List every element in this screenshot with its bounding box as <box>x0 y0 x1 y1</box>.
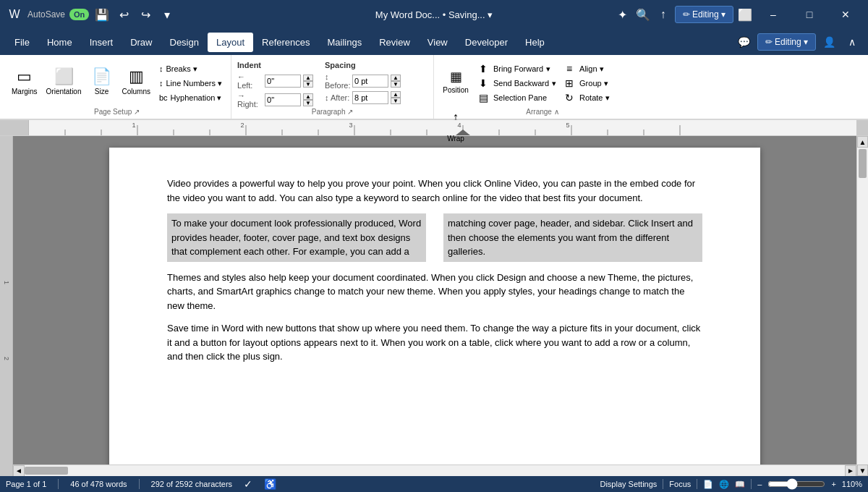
app-window: W AutoSave On 💾 ↩ ↪ ▾ My Word Doc... • S… <box>0 0 868 492</box>
spacing-before-spinner[interactable]: ▲ ▼ <box>391 75 401 88</box>
status-bar: Page 1 of 1 46 of 478 words 292 of 2592 … <box>0 476 868 492</box>
customize-icon[interactable]: ▾ <box>158 6 176 23</box>
vertical-scrollbar[interactable]: ▲ ▼ <box>856 136 868 476</box>
paragraph-expand-icon[interactable]: ↗ <box>347 108 353 116</box>
proofing-icon[interactable]: ✓ <box>244 478 252 490</box>
hyphenation-button[interactable]: bc Hyphenation ▾ <box>156 91 225 104</box>
indent-right-up[interactable]: ▲ <box>303 93 313 100</box>
search-btn[interactable]: 🔍 <box>634 6 652 23</box>
page-setup-dropdowns: ↕ Breaks ▾ ↕ Line Numbers ▾ bc Hyphenati… <box>156 59 225 104</box>
autosave-toggle[interactable]: On <box>69 9 89 20</box>
page-num-1: 1 <box>3 281 10 284</box>
spacing-after-spinner[interactable]: ▲ ▼ <box>391 91 401 104</box>
indent-left-up[interactable]: ▲ <box>303 75 313 81</box>
size-button[interactable]: 📄 Size <box>88 59 116 103</box>
indent-right-down[interactable]: ▼ <box>303 100 313 106</box>
scroll-thumb-vertical[interactable] <box>859 149 867 178</box>
menu-file[interactable]: File <box>6 33 38 52</box>
paragraph-2: Themes and styles also help keep your do… <box>167 271 702 313</box>
zoom-level[interactable]: 110% <box>842 480 862 488</box>
paragraph-group: Indent ← Left: ▲ ▼ → Right: ▲ <box>231 55 434 119</box>
zoom-out-btn[interactable]: – <box>757 480 762 488</box>
word-count[interactable]: 46 of 478 words <box>70 480 127 488</box>
scroll-left-button[interactable]: ◄ <box>13 465 25 477</box>
columns-button[interactable]: ▥ Columns <box>119 59 153 103</box>
rotate-button[interactable]: ↻ Rotate ▾ <box>561 91 610 104</box>
selection-pane-button[interactable]: ▤ Selection Pane <box>475 91 558 104</box>
save-icon[interactable]: 💾 <box>93 6 111 23</box>
view-web-icon[interactable]: 🌐 <box>719 480 729 489</box>
menu-review[interactable]: Review <box>370 33 419 52</box>
redo-icon[interactable]: ↪ <box>137 6 154 23</box>
copilot-icon[interactable]: ✦ <box>614 6 631 23</box>
comments-icon[interactable]: 💬 <box>734 32 754 52</box>
menu-draw[interactable]: Draw <box>122 33 161 52</box>
minimize-button[interactable]: – <box>757 0 790 29</box>
view-print-icon[interactable]: 📄 <box>703 480 713 489</box>
share-btn[interactable]: 👤 <box>819 32 839 52</box>
arrange-collapse-icon[interactable]: ∧ <box>554 108 559 116</box>
breaks-button[interactable]: ↕ Breaks ▾ <box>156 62 225 75</box>
menu-help[interactable]: Help <box>516 33 553 52</box>
page-setup-buttons: ▭ Margins ⬜ Orientation 📄 Size ▥ Columns <box>9 58 225 106</box>
line-numbers-button[interactable]: ↕ Line Numbers ▾ <box>156 77 225 90</box>
scroll-right-button[interactable]: ► <box>845 465 856 477</box>
menu-mailings[interactable]: Mailings <box>319 33 371 52</box>
collapse-ribbon-icon[interactable]: ∧ <box>842 32 862 52</box>
menu-home[interactable]: Home <box>38 33 81 52</box>
align-button[interactable]: ≡ Align ▾ <box>561 62 610 75</box>
align-icon: ≡ <box>562 63 576 75</box>
group-button[interactable]: ⊞ Group ▾ <box>561 77 610 90</box>
char-count[interactable]: 292 of 2592 characters <box>151 480 233 488</box>
zoom-in-btn[interactable]: + <box>831 480 835 488</box>
editing-button[interactable]: ✏ Editing ▾ <box>675 6 733 23</box>
scroll-down-button[interactable]: ▼ <box>857 465 868 476</box>
menu-references[interactable]: References <box>253 33 318 52</box>
menu-view[interactable]: View <box>419 33 456 52</box>
accessibility-icon[interactable]: ♿ <box>264 478 276 490</box>
page-setup-expand-icon[interactable]: ↗ <box>134 108 140 116</box>
menu-layout[interactable]: Layout <box>208 33 253 52</box>
ruler-svg: 1 2 3 4 5 <box>29 120 856 135</box>
indent-right-input[interactable] <box>265 93 301 106</box>
zoom-slider[interactable] <box>767 478 825 490</box>
position-button[interactable]: ▦ Position <box>440 59 472 103</box>
indent-left-down[interactable]: ▼ <box>303 81 313 88</box>
orientation-icon: ⬜ <box>54 67 74 86</box>
spacing-before-input[interactable] <box>352 75 388 88</box>
indent-left-spinner[interactable]: ▲ ▼ <box>303 75 313 88</box>
svg-text:5: 5 <box>566 122 569 129</box>
margins-button[interactable]: ▭ Margins <box>9 59 41 103</box>
paragraph-label: Paragraph ↗ <box>231 108 433 116</box>
menu-insert[interactable]: Insert <box>81 33 122 52</box>
spacing-after-down[interactable]: ▼ <box>391 98 401 104</box>
restore-button[interactable]: □ <box>793 0 826 29</box>
ribbon-icon[interactable]: ⬜ <box>736 6 754 23</box>
menu-developer[interactable]: Developer <box>456 33 516 52</box>
focus-btn[interactable]: Focus <box>669 480 691 488</box>
view-read-icon[interactable]: 📖 <box>735 480 745 489</box>
close-button[interactable]: ✕ <box>829 0 862 29</box>
display-settings[interactable]: Display Settings <box>600 480 657 488</box>
undo-icon[interactable]: ↩ <box>115 6 132 23</box>
scroll-up-button[interactable]: ▲ <box>857 136 868 148</box>
svg-text:1: 1 <box>132 122 135 129</box>
spacing-before-up[interactable]: ▲ <box>391 75 401 81</box>
spacing-after-up[interactable]: ▲ <box>391 91 401 98</box>
spacing-title: Spacing <box>325 61 401 69</box>
bring-forward-button[interactable]: ⬆ Bring Forward ▾ <box>475 62 558 75</box>
scroll-thumb[interactable] <box>25 467 68 475</box>
send-backward-button[interactable]: ⬇ Send Backward ▾ <box>475 77 558 90</box>
menu-design[interactable]: Design <box>161 33 208 52</box>
spacing-before-down[interactable]: ▼ <box>391 81 401 88</box>
editing-btn[interactable]: ✏ Editing ▾ <box>757 33 816 51</box>
doc-scroll-area[interactable]: Video provides a powerful way to help yo… <box>13 136 856 465</box>
share-icon[interactable]: ↑ <box>655 6 672 23</box>
indent-right-spinner[interactable]: ▲ ▼ <box>303 93 313 106</box>
scroll-track-vertical[interactable] <box>857 148 868 465</box>
orientation-button[interactable]: ⬜ Orientation <box>43 59 85 103</box>
indent-left-input[interactable] <box>265 75 301 88</box>
spacing-after-input[interactable] <box>352 91 388 104</box>
scroll-track[interactable] <box>25 465 845 476</box>
horizontal-scrollbar[interactable]: ◄ ► <box>13 465 856 476</box>
